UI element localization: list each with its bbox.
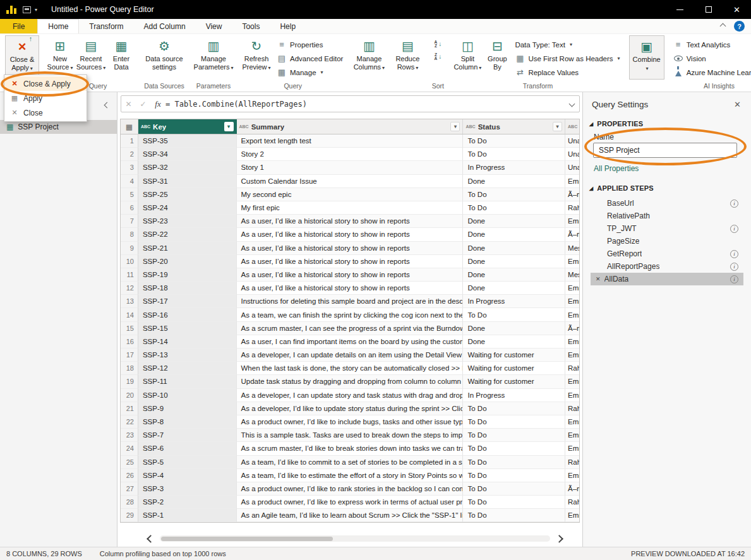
table-row[interactable]: 14SSP-16As a team, we can finish the spr…	[121, 308, 579, 321]
cancel-formula-icon[interactable]: ✕	[121, 100, 136, 109]
table-row[interactable]: 19SSP-11Update task status by dragging a…	[121, 375, 579, 388]
collapse-queries-pane-icon[interactable]	[105, 98, 109, 110]
cell-summary[interactable]: As a developer, I can update details on …	[237, 349, 464, 362]
step-info-icon[interactable]: i	[730, 200, 738, 208]
table-row[interactable]: 1SSP-35Export text length testTo DoUna	[121, 134, 579, 148]
cell-summary[interactable]: As a user, I’d like a historical story t…	[237, 215, 464, 228]
table-row[interactable]: 6SSP-24My first epicTo DoRah	[121, 201, 579, 215]
cell-summary[interactable]: This is a sample task. Tasks are used to…	[237, 429, 464, 442]
table-row[interactable]: 27SSP-3As a product owner, I’d like to r…	[121, 482, 579, 496]
row-number[interactable]: 23	[121, 429, 138, 442]
applied-step[interactable]: BaseUrli	[591, 197, 743, 210]
new-source-button[interactable]: ⊞ New Source▾	[45, 35, 75, 80]
table-row[interactable]: 26SSP-4As a team, I’d like to estimate t…	[121, 469, 579, 482]
cell-partial[interactable]: Rah	[565, 362, 579, 375]
cell-status[interactable]: To Do	[463, 415, 565, 429]
filter-dropdown-icon[interactable]: ▾	[224, 122, 234, 131]
cell-partial[interactable]: Rah	[565, 496, 579, 509]
table-row[interactable]: 29SSP-1As an Agile team, I’d like to lea…	[121, 509, 579, 522]
table-row[interactable]: 4SSP-31Custom Calendar IssueDoneEmr	[121, 175, 579, 188]
azure-machine-learning-button[interactable]: Azure Machine Learning	[671, 66, 751, 79]
tab-file[interactable]: File	[0, 19, 37, 33]
cell-partial[interactable]: Ã–m	[565, 482, 579, 496]
table-row[interactable]: 12SSP-18As a user, I’d like a historical…	[121, 282, 579, 295]
combine-button[interactable]: ▣ Combine▾	[629, 35, 664, 80]
close-apply-menu[interactable]: ✕Close & Apply▦Apply✕Close	[4, 74, 87, 122]
scroll-right-icon[interactable]	[555, 535, 563, 543]
expand-formula-bar-icon[interactable]	[564, 102, 579, 106]
cell-status[interactable]: To Do	[463, 429, 565, 442]
table-row[interactable]: 24SSP-6As a scrum master, I’d like to br…	[121, 442, 579, 455]
step-info-icon[interactable]: i	[730, 250, 738, 258]
cell-status[interactable]: Done	[463, 268, 565, 282]
row-number[interactable]: 1	[121, 134, 138, 148]
cell-status[interactable]: In Progress	[463, 389, 565, 402]
cell-summary[interactable]: My first epic	[237, 201, 464, 215]
row-number[interactable]: 27	[121, 482, 138, 496]
cell-status[interactable]: To Do	[463, 308, 565, 321]
row-number[interactable]: 12	[121, 282, 138, 295]
cell-status[interactable]: To Do	[463, 442, 565, 455]
cell-summary[interactable]: As a user, I’d like a historical story t…	[237, 282, 464, 295]
cell-status[interactable]: Waiting for customer	[463, 375, 565, 388]
filter-dropdown-icon[interactable]: ▾	[450, 122, 460, 131]
scrollbar-thumb[interactable]	[161, 537, 333, 541]
table-row[interactable]: 21SSP-9As a developer, I’d like to updat…	[121, 402, 579, 415]
row-number[interactable]: 7	[121, 215, 138, 228]
manage-button[interactable]: ▦ Manage▾	[274, 66, 345, 79]
cell-partial[interactable]: Mes	[565, 242, 579, 255]
row-number[interactable]: 16	[121, 335, 138, 349]
select-all-corner[interactable]: ▦	[121, 119, 138, 134]
tab-home[interactable]: Home	[37, 19, 79, 33]
status-profiling-note[interactable]: Column profiling based on top 1000 rows	[100, 550, 226, 557]
applied-step[interactable]: RelativePath	[591, 210, 743, 222]
recent-sources-button[interactable]: ▤ Recent Sources▾	[76, 35, 106, 80]
replace-values-button[interactable]: ⇄ Replace Values	[512, 66, 622, 79]
cell-summary[interactable]: Story 1	[237, 161, 464, 174]
refresh-preview-button[interactable]: ↻ Refresh Preview▾	[240, 35, 273, 80]
cell-key[interactable]: SSP-23	[138, 215, 237, 228]
cell-key[interactable]: SSP-34	[138, 148, 237, 161]
table-row[interactable]: 20SSP-10As a developer, I can update sto…	[121, 389, 579, 402]
cell-summary[interactable]: As a user, I’d like a historical story t…	[237, 268, 464, 282]
row-number[interactable]: 14	[121, 308, 138, 321]
applied-step[interactable]: AllReportPagesi	[591, 260, 743, 273]
cell-status[interactable]: Done	[463, 255, 565, 268]
data-source-settings-button[interactable]: ⚙ Data source settings	[141, 35, 187, 80]
filter-dropdown-icon[interactable]: ▾	[553, 122, 562, 131]
advanced-editor-button[interactable]: ▤ Advanced Editor	[274, 52, 345, 65]
cell-partial[interactable]: Una	[565, 161, 579, 174]
cell-key[interactable]: SSP-21	[138, 242, 237, 255]
row-number[interactable]: 8	[121, 228, 138, 241]
column-header-summary[interactable]: ABC Summary ▾	[237, 119, 464, 134]
cell-status[interactable]: To Do	[463, 134, 565, 148]
tab-transform[interactable]: Transform	[79, 19, 133, 33]
table-row[interactable]: 13SSP-17Instructions for deleting this s…	[121, 295, 579, 308]
applied-step[interactable]: PageSize	[591, 235, 743, 247]
properties-section-header[interactable]: ◢ PROPERTIES	[589, 120, 643, 128]
cell-status[interactable]: In Progress	[463, 295, 565, 308]
cell-partial[interactable]: Emr	[565, 335, 579, 349]
sort-ascending-icon[interactable]: AZ↓	[429, 39, 447, 49]
formula-bar[interactable]: ✕ ✓ fx = Table.Combine(AllReportPages)	[121, 95, 580, 112]
table-row[interactable]: 11SSP-19As a user, I’d like a historical…	[121, 268, 579, 282]
row-number[interactable]: 9	[121, 242, 138, 255]
cell-key[interactable]: SSP-14	[138, 335, 237, 349]
row-number[interactable]: 17	[121, 349, 138, 362]
cell-summary[interactable]: As a product owner, I’d like to include …	[237, 415, 464, 429]
table-row[interactable]: 18SSP-12When the last task is done, the …	[121, 362, 579, 375]
cell-partial[interactable]: Emr	[565, 308, 579, 321]
manage-parameters-button[interactable]: ▥ Manage Parameters▾	[193, 35, 234, 80]
group-by-button[interactable]: ⊟ Group By	[483, 35, 511, 80]
cell-summary[interactable]: As a user, I can find important items on…	[237, 335, 464, 349]
minimize-button[interactable]	[666, 0, 694, 19]
cell-partial[interactable]: Rah	[565, 402, 579, 415]
reduce-rows-button[interactable]: ▤ Reduce Rows▾	[392, 35, 423, 80]
cell-summary[interactable]: As a product owner, I’d like to rank sto…	[237, 482, 464, 496]
cell-partial[interactable]: Ã–m	[565, 322, 579, 335]
cell-key[interactable]: SSP-18	[138, 282, 237, 295]
cell-key[interactable]: SSP-17	[138, 295, 237, 308]
cell-key[interactable]: SSP-32	[138, 161, 237, 174]
commit-formula-icon[interactable]: ✓	[136, 100, 150, 109]
table-row[interactable]: 16SSP-14As a user, I can find important …	[121, 335, 579, 349]
